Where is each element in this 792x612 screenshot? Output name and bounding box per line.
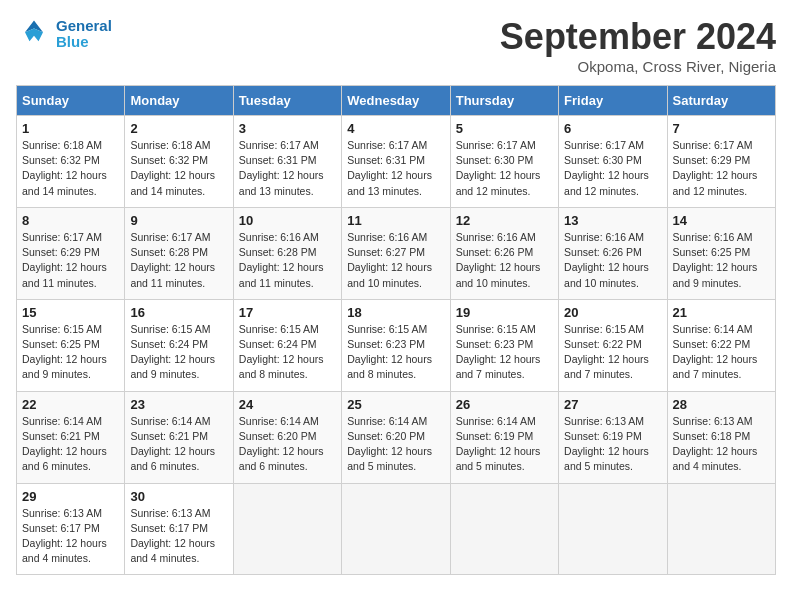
calendar-cell: 22Sunrise: 6:14 AMSunset: 6:21 PMDayligh… (17, 391, 125, 483)
day-number: 16 (130, 305, 227, 320)
calendar-cell: 12Sunrise: 6:16 AMSunset: 6:26 PMDayligh… (450, 207, 558, 299)
calendar-week-row: 1Sunrise: 6:18 AMSunset: 6:32 PMDaylight… (17, 116, 776, 208)
calendar-cell: 17Sunrise: 6:15 AMSunset: 6:24 PMDayligh… (233, 299, 341, 391)
day-info: Sunrise: 6:13 AMSunset: 6:17 PMDaylight:… (130, 506, 227, 567)
calendar-cell (342, 483, 450, 575)
day-info: Sunrise: 6:17 AMSunset: 6:30 PMDaylight:… (456, 138, 553, 199)
calendar-cell: 24Sunrise: 6:14 AMSunset: 6:20 PMDayligh… (233, 391, 341, 483)
day-number: 4 (347, 121, 444, 136)
calendar-body: 1Sunrise: 6:18 AMSunset: 6:32 PMDaylight… (17, 116, 776, 575)
calendar-cell: 2Sunrise: 6:18 AMSunset: 6:32 PMDaylight… (125, 116, 233, 208)
day-number: 9 (130, 213, 227, 228)
day-number: 25 (347, 397, 444, 412)
day-info: Sunrise: 6:18 AMSunset: 6:32 PMDaylight:… (22, 138, 119, 199)
day-number: 3 (239, 121, 336, 136)
calendar-cell: 13Sunrise: 6:16 AMSunset: 6:26 PMDayligh… (559, 207, 667, 299)
calendar-cell: 26Sunrise: 6:14 AMSunset: 6:19 PMDayligh… (450, 391, 558, 483)
day-number: 17 (239, 305, 336, 320)
day-info: Sunrise: 6:16 AMSunset: 6:25 PMDaylight:… (673, 230, 770, 291)
day-info: Sunrise: 6:15 AMSunset: 6:24 PMDaylight:… (130, 322, 227, 383)
calendar-cell: 1Sunrise: 6:18 AMSunset: 6:32 PMDaylight… (17, 116, 125, 208)
day-info: Sunrise: 6:13 AMSunset: 6:19 PMDaylight:… (564, 414, 661, 475)
calendar-cell: 3Sunrise: 6:17 AMSunset: 6:31 PMDaylight… (233, 116, 341, 208)
page-header: General Blue September 2024 Okpoma, Cros… (16, 16, 776, 75)
day-number: 2 (130, 121, 227, 136)
day-number: 28 (673, 397, 770, 412)
calendar-cell (233, 483, 341, 575)
day-number: 15 (22, 305, 119, 320)
day-number: 29 (22, 489, 119, 504)
calendar-cell: 16Sunrise: 6:15 AMSunset: 6:24 PMDayligh… (125, 299, 233, 391)
day-info: Sunrise: 6:17 AMSunset: 6:31 PMDaylight:… (239, 138, 336, 199)
day-info: Sunrise: 6:17 AMSunset: 6:30 PMDaylight:… (564, 138, 661, 199)
day-info: Sunrise: 6:18 AMSunset: 6:32 PMDaylight:… (130, 138, 227, 199)
calendar-cell: 29Sunrise: 6:13 AMSunset: 6:17 PMDayligh… (17, 483, 125, 575)
calendar-cell (667, 483, 775, 575)
calendar-day-header: Saturday (667, 86, 775, 116)
calendar-cell: 11Sunrise: 6:16 AMSunset: 6:27 PMDayligh… (342, 207, 450, 299)
day-number: 5 (456, 121, 553, 136)
day-number: 30 (130, 489, 227, 504)
day-number: 12 (456, 213, 553, 228)
day-info: Sunrise: 6:14 AMSunset: 6:20 PMDaylight:… (347, 414, 444, 475)
logo-text: General Blue (56, 18, 112, 51)
calendar-week-row: 8Sunrise: 6:17 AMSunset: 6:29 PMDaylight… (17, 207, 776, 299)
calendar-cell: 21Sunrise: 6:14 AMSunset: 6:22 PMDayligh… (667, 299, 775, 391)
day-info: Sunrise: 6:17 AMSunset: 6:29 PMDaylight:… (22, 230, 119, 291)
calendar-cell: 8Sunrise: 6:17 AMSunset: 6:29 PMDaylight… (17, 207, 125, 299)
day-number: 8 (22, 213, 119, 228)
day-info: Sunrise: 6:14 AMSunset: 6:19 PMDaylight:… (456, 414, 553, 475)
day-number: 7 (673, 121, 770, 136)
calendar-cell: 27Sunrise: 6:13 AMSunset: 6:19 PMDayligh… (559, 391, 667, 483)
day-info: Sunrise: 6:15 AMSunset: 6:25 PMDaylight:… (22, 322, 119, 383)
calendar-cell: 6Sunrise: 6:17 AMSunset: 6:30 PMDaylight… (559, 116, 667, 208)
day-info: Sunrise: 6:14 AMSunset: 6:22 PMDaylight:… (673, 322, 770, 383)
day-number: 10 (239, 213, 336, 228)
calendar-cell: 18Sunrise: 6:15 AMSunset: 6:23 PMDayligh… (342, 299, 450, 391)
logo-line1: General (56, 17, 112, 34)
calendar-day-header: Sunday (17, 86, 125, 116)
calendar-cell: 28Sunrise: 6:13 AMSunset: 6:18 PMDayligh… (667, 391, 775, 483)
calendar-week-row: 15Sunrise: 6:15 AMSunset: 6:25 PMDayligh… (17, 299, 776, 391)
day-info: Sunrise: 6:15 AMSunset: 6:23 PMDaylight:… (456, 322, 553, 383)
logo: General Blue (16, 16, 112, 52)
calendar-cell: 23Sunrise: 6:14 AMSunset: 6:21 PMDayligh… (125, 391, 233, 483)
calendar-header: SundayMondayTuesdayWednesdayThursdayFrid… (17, 86, 776, 116)
day-number: 20 (564, 305, 661, 320)
calendar-week-row: 29Sunrise: 6:13 AMSunset: 6:17 PMDayligh… (17, 483, 776, 575)
calendar-week-row: 22Sunrise: 6:14 AMSunset: 6:21 PMDayligh… (17, 391, 776, 483)
day-number: 24 (239, 397, 336, 412)
logo-line2: Blue (56, 33, 89, 50)
calendar-cell: 20Sunrise: 6:15 AMSunset: 6:22 PMDayligh… (559, 299, 667, 391)
day-info: Sunrise: 6:13 AMSunset: 6:18 PMDaylight:… (673, 414, 770, 475)
day-info: Sunrise: 6:17 AMSunset: 6:29 PMDaylight:… (673, 138, 770, 199)
calendar-cell (559, 483, 667, 575)
day-info: Sunrise: 6:14 AMSunset: 6:20 PMDaylight:… (239, 414, 336, 475)
calendar-day-header: Wednesday (342, 86, 450, 116)
calendar-cell: 10Sunrise: 6:16 AMSunset: 6:28 PMDayligh… (233, 207, 341, 299)
day-info: Sunrise: 6:17 AMSunset: 6:28 PMDaylight:… (130, 230, 227, 291)
day-number: 27 (564, 397, 661, 412)
calendar-day-header: Friday (559, 86, 667, 116)
day-info: Sunrise: 6:15 AMSunset: 6:23 PMDaylight:… (347, 322, 444, 383)
day-info: Sunrise: 6:14 AMSunset: 6:21 PMDaylight:… (130, 414, 227, 475)
day-number: 22 (22, 397, 119, 412)
calendar-day-header: Monday (125, 86, 233, 116)
calendar-cell (450, 483, 558, 575)
day-info: Sunrise: 6:13 AMSunset: 6:17 PMDaylight:… (22, 506, 119, 567)
day-info: Sunrise: 6:14 AMSunset: 6:21 PMDaylight:… (22, 414, 119, 475)
day-number: 26 (456, 397, 553, 412)
title-block: September 2024 Okpoma, Cross River, Nige… (500, 16, 776, 75)
subtitle: Okpoma, Cross River, Nigeria (500, 58, 776, 75)
day-info: Sunrise: 6:17 AMSunset: 6:31 PMDaylight:… (347, 138, 444, 199)
day-info: Sunrise: 6:15 AMSunset: 6:22 PMDaylight:… (564, 322, 661, 383)
day-number: 13 (564, 213, 661, 228)
calendar-cell: 15Sunrise: 6:15 AMSunset: 6:25 PMDayligh… (17, 299, 125, 391)
day-number: 19 (456, 305, 553, 320)
day-number: 18 (347, 305, 444, 320)
calendar-cell: 5Sunrise: 6:17 AMSunset: 6:30 PMDaylight… (450, 116, 558, 208)
day-number: 21 (673, 305, 770, 320)
day-number: 6 (564, 121, 661, 136)
calendar-cell: 4Sunrise: 6:17 AMSunset: 6:31 PMDaylight… (342, 116, 450, 208)
day-number: 14 (673, 213, 770, 228)
